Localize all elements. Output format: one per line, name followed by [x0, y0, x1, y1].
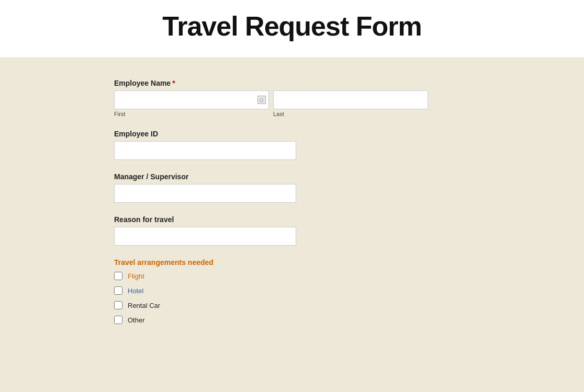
hotel-label[interactable]: Hotel	[128, 287, 143, 295]
last-name-wrap: Last	[273, 90, 428, 117]
reason-label: Reason for travel	[114, 215, 428, 224]
page-header: Travel Request Form	[0, 0, 584, 58]
rental-car-item: Rental Car	[114, 301, 428, 309]
employee-id-input-wrap	[114, 141, 296, 160]
first-name-wrap: ▢ First	[114, 90, 269, 117]
last-name-input[interactable]	[273, 90, 428, 109]
required-indicator: *	[172, 79, 175, 87]
flight-item: Flight	[114, 272, 428, 280]
form-area: Employee Name* ▢ First Last Employee ID	[0, 58, 584, 358]
other-label[interactable]: Other	[128, 316, 145, 324]
travel-arrangements-label: Travel arrangements needed	[114, 258, 428, 267]
flight-label[interactable]: Flight	[128, 272, 144, 280]
page-title: Travel Request Form	[0, 10, 584, 42]
other-item: Other	[114, 316, 428, 324]
employee-id-group: Employee ID	[114, 130, 428, 160]
rental-car-label[interactable]: Rental Car	[128, 302, 160, 309]
manager-input[interactable]	[114, 184, 296, 203]
rental-car-checkbox[interactable]	[114, 301, 122, 309]
travel-arrangements-group: Travel arrangements needed Flight Hotel …	[114, 258, 428, 324]
hotel-item: Hotel	[114, 286, 428, 295]
checkbox-group: Flight Hotel Rental Car Other	[114, 272, 428, 324]
reason-input[interactable]	[114, 227, 296, 246]
employee-id-input[interactable]	[114, 141, 296, 160]
last-sub-label: Last	[273, 111, 428, 117]
name-icon: ▢	[257, 96, 266, 104]
reason-group: Reason for travel	[114, 215, 428, 246]
first-sub-label: First	[114, 111, 269, 117]
employee-name-group: Employee Name* ▢ First Last	[114, 79, 428, 117]
form-container: Employee Name* ▢ First Last Employee ID	[114, 79, 428, 337]
hotel-checkbox[interactable]	[114, 286, 122, 295]
reason-input-wrap	[114, 227, 296, 246]
first-name-input-wrap: ▢	[114, 90, 269, 109]
name-row: ▢ First Last	[114, 90, 428, 117]
manager-input-wrap	[114, 184, 296, 203]
other-checkbox[interactable]	[114, 316, 122, 324]
first-name-input[interactable]	[114, 90, 269, 109]
flight-checkbox[interactable]	[114, 272, 122, 280]
manager-group: Manager / Supervisor	[114, 172, 428, 203]
employee-name-label: Employee Name*	[114, 79, 428, 87]
manager-label: Manager / Supervisor	[114, 172, 428, 181]
employee-id-label: Employee ID	[114, 130, 428, 138]
